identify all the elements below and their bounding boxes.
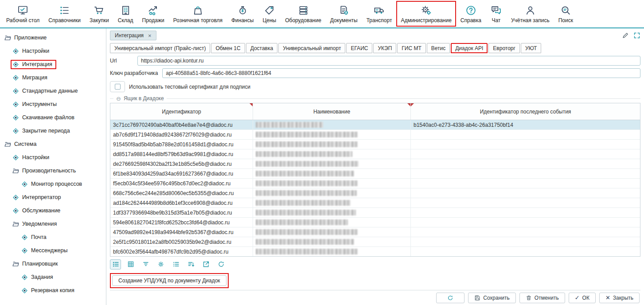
table-row[interactable]: 594e80618270421f8fcd6252bcc3fd64@diadoc.… (110, 218, 640, 227)
tab-integration[interactable]: Интеграция × (110, 31, 156, 40)
table-row[interactable]: 915450f8ad5b4b5ab788e2d0161458d1@diadoc.… (110, 140, 640, 149)
redacted-blur (256, 190, 357, 196)
table-row[interactable]: 1df33779366948be9b315d3f5a1e7b05@diadoc.… (110, 208, 640, 218)
filter-icon[interactable] (140, 259, 151, 270)
subtab[interactable]: Евроторг (488, 43, 520, 53)
integration-subtabs: Универсальный импорт (Прайс-лист)Обмен 1… (110, 43, 640, 53)
table-row[interactable]: 668c756c6ec244e285d80060ec5b5355@diadoc.… (110, 188, 640, 198)
tree-item[interactable]: Задания (0, 270, 106, 284)
url-label: Url (110, 58, 133, 64)
toolbar-item-search[interactable]: Поиск (554, 1, 578, 27)
cancel-button[interactable]: Отменить (519, 293, 565, 303)
tree-item[interactable]: Инструменты (0, 98, 106, 111)
developer-key-input[interactable] (162, 68, 640, 78)
column-header-identifier[interactable]: Идентификатор (110, 103, 253, 120)
toolbar-item-administration[interactable]: Администрирование (396, 1, 456, 27)
export-icon[interactable] (200, 259, 211, 270)
tree-item[interactable]: Мессенджеры (0, 244, 106, 257)
table-row[interactable]: bfc6002e3f5644afb498767dfc9b2d95@diadoc.… (110, 247, 640, 257)
tree-item[interactable]: Стандартные данные (0, 84, 106, 98)
toolbar-item-help[interactable]: Справка (456, 1, 486, 27)
table-row[interactable]: 47509ad9892e4198a94944bfe92b5367@diadoc.… (110, 227, 640, 237)
toolbar-item-sales[interactable]: Продажи (138, 1, 169, 27)
table-row[interactable]: 6f1be834093d4259ad34ac6916273667@diadoc.… (110, 169, 640, 179)
toolbar-item-transport[interactable]: Транспорт (362, 1, 397, 27)
identifier-cell: 3c71cc769702490ab40baf0b4e8ae7e4@diadoc.… (110, 120, 253, 129)
collapse-group-icon[interactable]: ⊖ (116, 96, 121, 102)
table-row[interactable]: ab7c6d9f1719408dad92438672f76029@diadoc.… (110, 130, 640, 140)
subtab[interactable]: УЮТ (521, 43, 541, 53)
ok-button[interactable]: ✓ ОК (569, 293, 596, 303)
toolbar-item-desktop[interactable]: Рабочий стол (2, 1, 44, 27)
table-view-icon[interactable] (125, 259, 136, 270)
tree-item-label: Инструменты (22, 101, 57, 107)
tree-item[interactable]: Скачивание файлов (0, 111, 106, 124)
refresh-list-icon[interactable] (215, 259, 226, 270)
table-row[interactable]: de276692598f4302ba2f13e1b85c5e5b@diadoc.… (110, 159, 640, 169)
tree-item[interactable]: Почта (0, 231, 106, 244)
tree-item[interactable]: Планировщик (0, 257, 106, 270)
url-input[interactable] (137, 56, 640, 66)
edit-pencil-icon[interactable] (621, 32, 629, 39)
toolbar-item-purchases[interactable]: Закупки (85, 1, 113, 27)
tree-item[interactable]: Монитор процессов (0, 177, 106, 191)
tree-item[interactable]: Уведомления (0, 217, 106, 231)
identifier-cell: dd8517a988144ed8bf579b63d9ac9981@diadoc.… (110, 149, 253, 159)
column-header-last-event[interactable]: Идентификатор последнего события (411, 103, 640, 120)
tree-item[interactable]: Настройки (0, 44, 106, 58)
diamond-icon (12, 48, 19, 55)
table-row[interactable]: ad184c2624444989b8d6b1ef3cce6908@diadoc.… (110, 198, 640, 208)
toolbar-item-finance[interactable]: Финансы (227, 1, 258, 27)
column-header-name[interactable]: Наименование (253, 103, 411, 120)
toolbar-item-warehouse[interactable]: Склад (113, 1, 138, 27)
table-row[interactable]: 2e5f1c95018011e2a8fb00259035b9e2@diadoc.… (110, 237, 640, 247)
tree-item[interactable]: Обслуживание (0, 204, 106, 217)
subtab[interactable]: Ветис (427, 43, 450, 53)
sidebar-tree: ПриложениеНастройкиИнтеграцияМиграцияСта… (0, 28, 106, 305)
fullscreen-icon[interactable] (633, 32, 640, 39)
subtab[interactable]: ГИС МТ (397, 43, 425, 53)
tree-item-label: Обслуживание (22, 207, 60, 214)
toolbar-item-documents[interactable]: Документы (326, 1, 362, 27)
numbered-list-icon[interactable] (170, 259, 181, 270)
diamond-icon (21, 287, 28, 294)
chat-icon (490, 4, 502, 16)
close-button[interactable]: ✕ Закрыть (599, 293, 640, 303)
subtab[interactable]: Диадок API (451, 43, 488, 53)
toolbar-item-directories[interactable]: Справочники (44, 1, 85, 27)
table-row[interactable]: f5ecb034c5f34ee5976c495bc67d0ec2@diadoc.… (110, 179, 640, 188)
create-upd-ukd-button[interactable]: Создание УПД/УКД по документу Диадок (112, 275, 226, 286)
tree-item[interactable]: Производительность (0, 164, 106, 177)
subtab[interactable]: Доставка (246, 43, 278, 53)
tab-close-icon[interactable]: × (148, 33, 152, 39)
subtab[interactable]: Универсальный импорт (278, 43, 345, 53)
subtab[interactable]: Обмен 1С (211, 43, 245, 53)
subtab[interactable]: ЕГАИС (346, 43, 372, 53)
tree-item[interactable]: Миграция (0, 71, 106, 84)
toolbar-item-chat[interactable]: Чат (486, 1, 507, 27)
tree-item[interactable]: Резервная копия (0, 284, 106, 297)
toolbar-item-prices[interactable]: Цены (258, 1, 281, 27)
table-row[interactable]: 3c71cc769702490ab40baf0b4e8ae7e4@diadoc.… (110, 120, 640, 130)
tree-item[interactable]: Интеграция (0, 58, 106, 71)
table-row[interactable]: dd8517a988144ed8bf579b63d9ac9981@diadoc.… (110, 149, 640, 159)
tree-item[interactable]: Система (0, 137, 106, 151)
toolbar-item-label: Чат (492, 17, 500, 23)
save-button[interactable]: Сохранить (468, 293, 516, 303)
subtab[interactable]: Универсальный импорт (Прайс-лист) (110, 43, 210, 53)
diamond-icon (21, 181, 28, 188)
toolbar-item-retail[interactable]: Розничная торговля (169, 1, 227, 27)
settings-gear-icon[interactable] (155, 259, 166, 270)
toolbar-item-equipment[interactable]: Оборудование (281, 1, 326, 27)
toolbar-item-account[interactable]: Учётная запись (507, 1, 554, 27)
list-view-icon[interactable] (110, 259, 121, 270)
tree-item[interactable]: Приложение (0, 31, 106, 44)
sort-icon[interactable] (185, 259, 196, 270)
tree-item[interactable]: Настройки (0, 151, 106, 164)
refresh-button[interactable] (436, 293, 464, 303)
tree-item[interactable]: Закрытие периода (0, 124, 106, 137)
tree-item[interactable]: Интерпретатор (0, 191, 106, 204)
test-certificate-checkbox[interactable] (110, 81, 125, 92)
subtab[interactable]: УКЭП (373, 43, 396, 53)
last-event-cell (411, 130, 640, 139)
